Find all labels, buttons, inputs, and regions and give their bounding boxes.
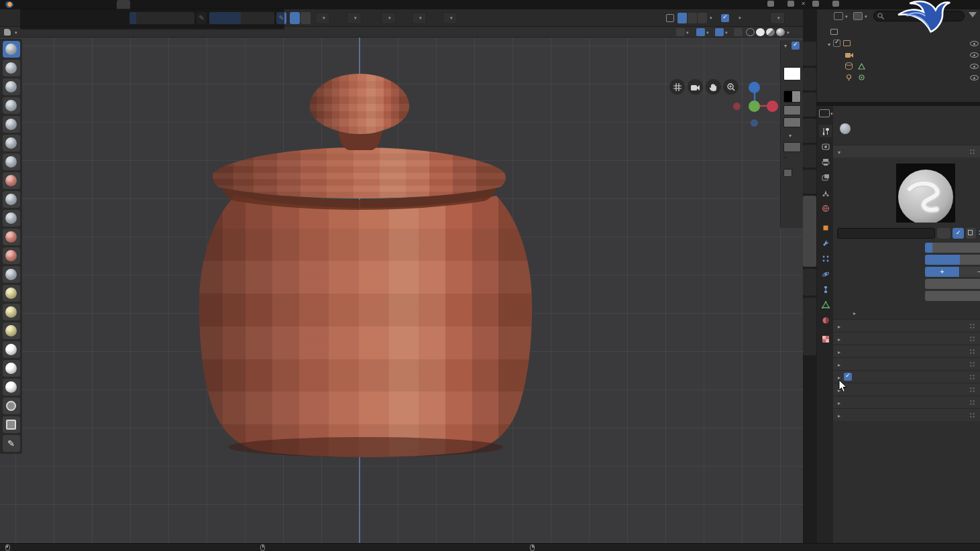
add-workspace-button[interactable]: [224, 0, 237, 9]
outliner-row-cylinder[interactable]: [845, 61, 865, 71]
brush-preview[interactable]: [896, 164, 955, 223]
brush-name-field[interactable]: [837, 228, 935, 239]
shading-chevron-icon[interactable]: ▾: [787, 30, 790, 36]
symmetry-chevron-icon[interactable]: ▾: [710, 15, 712, 21]
tab-modeling[interactable]: [103, 0, 117, 9]
brush-users-button[interactable]: [937, 228, 950, 239]
strength-prop-slider[interactable]: [925, 255, 980, 265]
properties-tab-world[interactable]: [819, 202, 832, 215]
camera-view-icon[interactable]: [688, 79, 703, 95]
sidebar-tab-screencast-keys[interactable]: [803, 196, 816, 267]
options-subpanel-header[interactable]: [833, 306, 980, 318]
properties-tab-texture[interactable]: [819, 332, 832, 345]
duplicate-brush-icon[interactable]: [966, 228, 976, 239]
set-origin-button[interactable]: [783, 157, 787, 158]
collection-checkbox[interactable]: ✓: [833, 40, 840, 47]
tab-texture-paint[interactable]: [144, 0, 157, 9]
sidebar-tab-tool[interactable]: [803, 68, 816, 90]
viewport-3d[interactable]: ✎ ▾: [0, 38, 803, 543]
gizmo-neg-z-axis[interactable]: [751, 119, 758, 127]
workspace-section-header[interactable]: [833, 408, 980, 421]
mode-selector[interactable]: ▾: [15, 27, 17, 36]
texture-section-header[interactable]: [833, 319, 980, 332]
npanel-checkbox[interactable]: [792, 42, 800, 50]
tool-flatten[interactable]: [3, 210, 20, 227]
rendered-shading-icon[interactable]: [776, 28, 785, 36]
symmetry-section-header[interactable]: [833, 383, 980, 395]
object-types-chevron-icon[interactable]: ▾: [686, 30, 689, 36]
tool-rotate[interactable]: [3, 379, 20, 395]
properties-tab-constraints[interactable]: [819, 283, 832, 296]
properties-tab-physics[interactable]: [819, 267, 832, 280]
symmetry-y-button[interactable]: [688, 13, 697, 23]
swatch-2[interactable]: [783, 105, 801, 115]
sidebar-tab-vrm-helper[interactable]: [803, 298, 816, 355]
navigation-gizmo[interactable]: [734, 78, 779, 125]
tool-draw-sharp[interactable]: [3, 60, 20, 76]
panel-separator[interactable]: [803, 102, 980, 106]
panel-drag-dots-icon[interactable]: [969, 149, 975, 155]
properties-tab-particles[interactable]: [819, 252, 832, 265]
falloff-section-header[interactable]: [833, 345, 980, 357]
tab-animation[interactable]: [170, 0, 184, 9]
tab-compositing[interactable]: [197, 0, 211, 9]
tool-crease[interactable]: [3, 172, 20, 189]
solid-shading-icon[interactable]: [756, 28, 765, 36]
brush-panel-header[interactable]: [833, 145, 980, 158]
fake-user-shield-icon[interactable]: ✓: [952, 228, 964, 239]
display-mode-icon[interactable]: [834, 12, 843, 20]
options-dropdown[interactable]: [770, 12, 785, 24]
direction-add-toggle[interactable]: +: [925, 267, 959, 277]
swatch-4[interactable]: [783, 142, 801, 152]
sidebar-tab-view[interactable]: [803, 93, 816, 117]
tool-pose[interactable]: [3, 341, 20, 358]
tool-clay[interactable]: [3, 78, 20, 95]
tool-layer[interactable]: [3, 116, 20, 133]
pan-view-icon[interactable]: [706, 79, 721, 95]
tab-rendering[interactable]: [184, 0, 197, 9]
blender-logo-icon[interactable]: [4, 1, 13, 8]
properties-tab-view-layer[interactable]: [819, 171, 832, 184]
display-dropdown[interactable]: [443, 12, 457, 24]
jar-model[interactable]: [0, 38, 803, 543]
dyntopo-section-header[interactable]: [833, 370, 980, 383]
light-eye-icon[interactable]: [970, 75, 979, 80]
properties-tab-modifiers[interactable]: [819, 237, 832, 249]
stroke-section-header[interactable]: [833, 332, 980, 345]
properties-tab-scene[interactable]: [819, 186, 832, 199]
direction-subtract-button[interactable]: [301, 12, 311, 24]
editor-type-chevron-icon[interactable]: ▾: [830, 111, 833, 117]
material-shading-icon[interactable]: [766, 28, 775, 36]
gizmos-toggle-icon[interactable]: [696, 28, 705, 36]
properties-tab-tool[interactable]: [819, 125, 832, 137]
autosmooth-field[interactable]: [925, 291, 980, 301]
sidebar-tab-misc[interactable]: [803, 145, 816, 168]
topology-rake-field[interactable]: [925, 279, 980, 289]
direction-add-button[interactable]: [290, 12, 300, 24]
collection-expand-icon[interactable]: [828, 40, 830, 48]
grid-toggle-icon[interactable]: [669, 79, 685, 95]
falloff-dropdown[interactable]: [412, 12, 427, 24]
npanel-dropdown-icon[interactable]: ▾: [789, 133, 792, 139]
properties-tab-output[interactable]: [819, 156, 832, 168]
display-mode-chevron-icon[interactable]: ▾: [845, 14, 848, 19]
properties-tab-render[interactable]: [819, 140, 832, 153]
outliner-row-light[interactable]: [845, 72, 865, 82]
new-scene-icon[interactable]: [787, 1, 794, 7]
npanel-expand-icon[interactable]: ▾: [784, 43, 787, 49]
dyntopo-checkbox[interactable]: [721, 14, 729, 22]
show-object-types-icon[interactable]: [676, 28, 685, 36]
symmetry-x-button[interactable]: [677, 13, 687, 23]
properties-tab-object[interactable]: [819, 221, 832, 234]
tab-layout[interactable]: [90, 0, 103, 9]
gizmo-x-axis[interactable]: [767, 101, 778, 112]
tool-grab[interactable]: [3, 266, 20, 283]
gizmo-neg-x-axis[interactable]: [733, 103, 741, 110]
sidebar-tab-cats[interactable]: [803, 170, 816, 194]
new-view-layer-icon[interactable]: [832, 1, 839, 7]
overlays-chevron-icon[interactable]: ▾: [725, 30, 728, 36]
shadow-swatch[interactable]: [783, 90, 801, 103]
tool-nudge[interactable]: [3, 360, 20, 377]
color-swatch[interactable]: [783, 67, 801, 80]
tool-mask[interactable]: [3, 397, 20, 414]
